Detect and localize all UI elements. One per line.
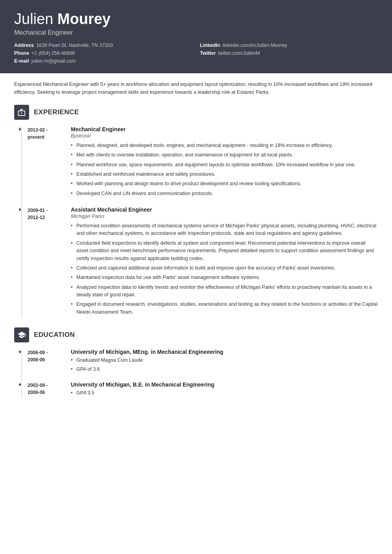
linkedin-label: LinkedIn	[200, 43, 220, 48]
job-item-1: 2013-02 - present Mechanical Engineer By…	[28, 126, 378, 199]
edu-item-1: 2006-09 - 2008-06 University of Michigan…	[28, 349, 378, 374]
header: Julien Mourey Mechanical Engineer Addres…	[0, 0, 392, 73]
bullet: Engaged in document research, investigat…	[71, 301, 378, 316]
phone-label: Phone	[14, 50, 29, 56]
graduation-svg	[17, 331, 26, 339]
bullet: Planned workforce use, space requirement…	[71, 161, 378, 169]
bullet: Maintained inspection data for use with …	[71, 274, 378, 281]
contact-grid: Address 1639 Pearl St, Nashville, TN 372…	[14, 43, 378, 64]
experience-icon	[14, 105, 29, 120]
bullet: Conducted field inspections to identify …	[71, 240, 378, 262]
edu-bullet: Graduated Magna Cum Laude	[71, 357, 378, 364]
edu-bullet: GPA 3.5	[71, 389, 378, 397]
linkedin-value: linkedin.com/in/Julien.Mourey	[222, 43, 287, 48]
job-body-1: Mechanical Engineer Bystronic Planned, d…	[71, 126, 378, 199]
contact-linkedin: LinkedIn linkedin.com/in/Julien.Mourey	[200, 43, 378, 48]
phone-value: +1 (654) 258-46896	[31, 50, 75, 56]
email-value: julien.m@gmail.com	[31, 58, 76, 64]
job-body-2: Assistant Mechanical Engineer Michigan P…	[71, 206, 378, 318]
education-timeline: 2006-09 - 2008-06 University of Michigan…	[21, 349, 378, 398]
contact-email: E-mail julien.m@gmail.com	[14, 58, 192, 64]
bullet: Worked with planning and design teams to…	[71, 180, 378, 188]
experience-title: EXPERIENCE	[34, 108, 79, 116]
job-item-2: 2009-01 - 2012-12 Assistant Mechanical E…	[28, 206, 378, 318]
experience-timeline: 2013-02 - present Mechanical Engineer By…	[21, 126, 378, 318]
edu-bullets-1: Graduated Magna Cum Laude GPA of 3.6	[71, 357, 378, 373]
first-name: Julien	[14, 11, 57, 27]
edu-body-2: University of Michigan, B.E. in Mechanic…	[71, 381, 378, 398]
candidate-name: Julien Mourey	[14, 11, 378, 28]
edu-bullet: GPA of 3.6	[71, 366, 378, 373]
bullet: Planned, designed, and developed tools, …	[71, 142, 378, 149]
summary-text: Experienced Mechanical Engineer with 5+ …	[14, 80, 378, 96]
edu-date-2: 2002-09 - 2006-06	[28, 381, 63, 398]
education-title: EDUCATION	[34, 331, 75, 339]
candidate-title: Mechanical Engineer	[14, 29, 378, 36]
bullet: Collected and captured additional asset …	[71, 264, 378, 272]
contact-phone: Phone +1 (654) 258-46896	[14, 50, 192, 56]
edu-body-1: University of Michigan, MEng. in Mechani…	[71, 349, 378, 374]
address-label: Address	[14, 43, 34, 48]
contact-address: Address 1639 Pearl St, Nashville, TN 372…	[14, 43, 192, 48]
job-title-2: Assistant Mechanical Engineer	[71, 206, 378, 213]
education-icon	[14, 327, 29, 342]
bullet: Established and reinforced maintenance a…	[71, 171, 378, 178]
education-section: EDUCATION 2006-09 - 2008-06 University o…	[14, 327, 378, 398]
edu-date-1: 2006-09 - 2008-06	[28, 349, 63, 374]
edu-degree-1: University of Michigan, MEng. in Mechani…	[71, 349, 378, 355]
twitter-label: Twitter	[200, 50, 216, 56]
edu-item-2: 2002-09 - 2006-06 University of Michigan…	[28, 381, 378, 398]
email-label: E-mail	[14, 58, 29, 64]
job-company-2: Michigan Parks	[71, 214, 378, 219]
last-name: Mourey	[57, 11, 111, 27]
job-date-2: 2009-01 - 2012-12	[28, 206, 63, 318]
edu-degree-2: University of Michigan, B.E. in Mechanic…	[71, 381, 378, 388]
content-area: Experienced Mechanical Engineer with 5+ …	[0, 73, 392, 420]
edu-bullets-2: GPA 3.5	[71, 389, 378, 397]
bullet: Met with clients to oversee installation…	[71, 151, 378, 159]
briefcase-svg	[17, 108, 26, 117]
bullet: Performed condition assessments of mecha…	[71, 222, 378, 238]
twitter-value: twitter.com/JulienM	[218, 50, 260, 56]
job-bullets-1: Planned, designed, and developed tools, …	[71, 142, 378, 197]
bullet: Analyzed inspection data to identify tre…	[71, 284, 378, 299]
experience-header: EXPERIENCE	[14, 105, 378, 120]
job-date-1: 2013-02 - present	[28, 126, 63, 199]
job-company-1: Bystronic	[71, 133, 378, 139]
education-header: EDUCATION	[14, 327, 378, 342]
job-bullets-2: Performed condition assessments of mecha…	[71, 222, 378, 316]
bullet: Developed CAN and LIN drivers and commun…	[71, 190, 378, 197]
contact-twitter: Twitter twitter.com/JulienM	[200, 50, 378, 56]
job-title-1: Mechanical Engineer	[71, 126, 378, 132]
address-value: 1639 Pearl St, Nashville, TN 37203	[36, 43, 113, 48]
experience-section: EXPERIENCE 2013-02 - present Mechanical …	[14, 105, 378, 318]
